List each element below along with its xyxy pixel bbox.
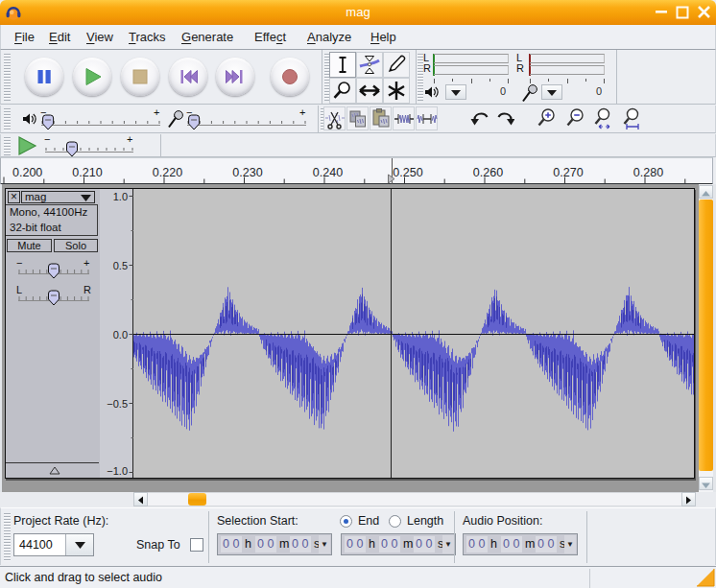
svg-text:0.0: 0.0 xyxy=(113,329,128,341)
svg-text:R: R xyxy=(84,285,91,295)
svg-text:0.5: 0.5 xyxy=(113,260,128,271)
svg-text:+: + xyxy=(154,107,159,118)
svg-text:−: − xyxy=(16,258,22,269)
svg-text:−0.5: −0.5 xyxy=(107,398,128,410)
svg-text:L: L xyxy=(16,285,22,295)
svg-text:−1.0: −1.0 xyxy=(107,465,128,477)
svg-text:1.0: 1.0 xyxy=(113,191,128,202)
svg-text:+: + xyxy=(299,107,305,118)
svg-text:−: − xyxy=(44,134,50,145)
svg-text:+: + xyxy=(127,134,132,145)
svg-text:+: + xyxy=(84,258,89,269)
